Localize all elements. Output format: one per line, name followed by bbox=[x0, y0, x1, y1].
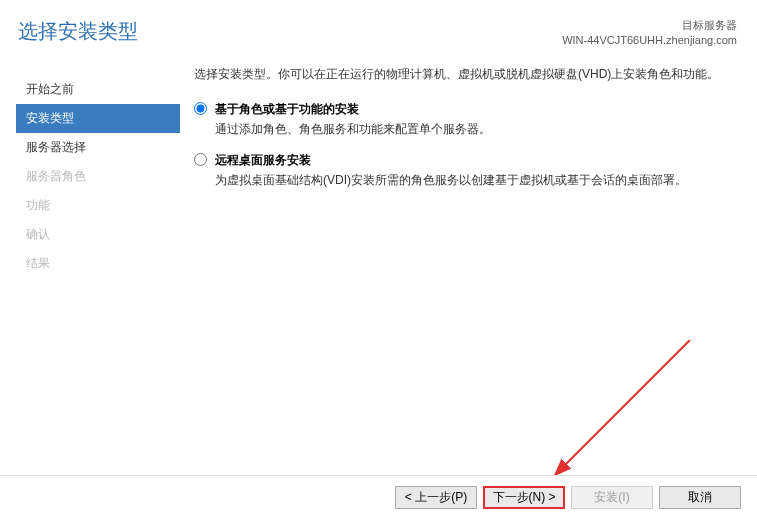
sidebar-item-server-roles: 服务器角色 bbox=[26, 162, 180, 191]
target-server-info: 目标服务器 WIN-44VCJT66UHH.zhenjiang.com bbox=[562, 18, 737, 49]
wizard-footer: < 上一步(P) 下一步(N) > 安装(I) 取消 bbox=[0, 475, 757, 521]
cancel-button[interactable]: 取消 bbox=[659, 486, 741, 509]
content-intro: 选择安装类型。你可以在正在运行的物理计算机、虚拟机或脱机虚拟硬盘(VHD)上安装… bbox=[194, 65, 729, 83]
page-title: 选择安装类型 bbox=[18, 18, 138, 45]
option-remote-desktop-title: 远程桌面服务安装 bbox=[215, 152, 729, 169]
sidebar-item-confirm: 确认 bbox=[26, 220, 180, 249]
option-role-based[interactable]: 基于角色或基于功能的安装 通过添加角色、角色服务和功能来配置单个服务器。 bbox=[194, 101, 729, 138]
option-role-based-title: 基于角色或基于功能的安装 bbox=[215, 101, 729, 118]
sidebar-item-before-begin[interactable]: 开始之前 bbox=[26, 75, 180, 104]
install-button: 安装(I) bbox=[571, 486, 653, 509]
radio-remote-desktop[interactable] bbox=[194, 153, 207, 166]
sidebar-item-features: 功能 bbox=[26, 191, 180, 220]
sidebar-item-install-type[interactable]: 安装类型 bbox=[16, 104, 180, 133]
option-remote-desktop[interactable]: 远程桌面服务安装 为虚拟桌面基础结构(VDI)安装所需的角色服务以创建基于虚拟机… bbox=[194, 152, 729, 189]
content-area: 选择安装类型。你可以在正在运行的物理计算机、虚拟机或脱机虚拟硬盘(VHD)上安装… bbox=[180, 65, 757, 278]
target-server-name: WIN-44VCJT66UHH.zhenjiang.com bbox=[562, 33, 737, 48]
svg-line-1 bbox=[555, 340, 690, 475]
option-remote-desktop-desc: 为虚拟桌面基础结构(VDI)安装所需的角色服务以创建基于虚拟机或基于会话的桌面部… bbox=[215, 171, 729, 189]
option-role-based-desc: 通过添加角色、角色服务和功能来配置单个服务器。 bbox=[215, 120, 729, 138]
radio-role-based[interactable] bbox=[194, 102, 207, 115]
target-label: 目标服务器 bbox=[562, 18, 737, 33]
wizard-sidebar: 开始之前 安装类型 服务器选择 服务器角色 功能 确认 结果 bbox=[0, 65, 180, 278]
sidebar-item-results: 结果 bbox=[26, 249, 180, 278]
sidebar-item-server-selection[interactable]: 服务器选择 bbox=[26, 133, 180, 162]
prev-button[interactable]: < 上一步(P) bbox=[395, 486, 477, 509]
next-button[interactable]: 下一步(N) > bbox=[483, 486, 565, 509]
